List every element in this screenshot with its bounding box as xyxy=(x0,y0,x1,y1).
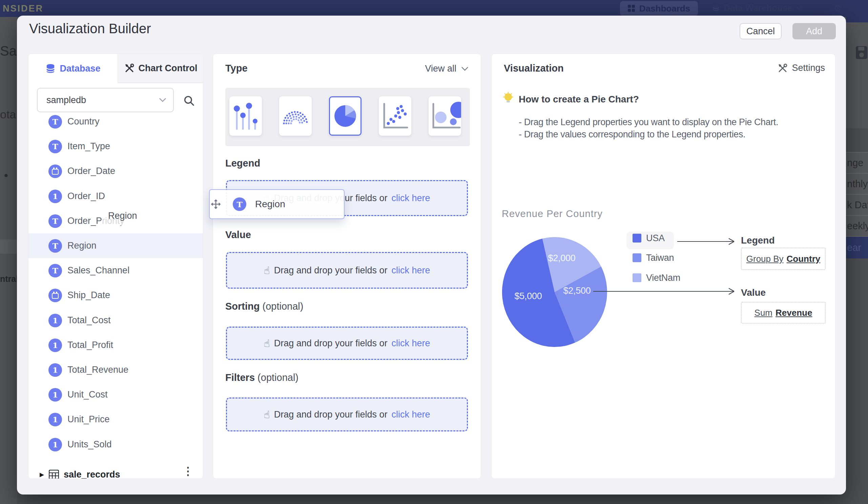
tap-icon: ☝ xyxy=(264,409,270,421)
chevron-down-icon xyxy=(159,98,166,102)
number-field-icon: 1 xyxy=(49,190,62,203)
field-label: Country xyxy=(68,116,100,127)
field-row[interactable]: Ship_Date xyxy=(29,283,203,308)
chart-title: Revenue Per Country xyxy=(502,208,603,220)
sorting-dropzone[interactable]: ☝ Drag and drop your fields or click her… xyxy=(226,326,468,360)
mapping-value-box[interactable]: Sum Revenue xyxy=(741,302,826,324)
bg-option-row: k Date xyxy=(846,194,868,215)
click-here-link[interactable]: click here xyxy=(391,265,430,276)
legend-swatch-vietnam xyxy=(632,273,641,282)
number-field-icon: 1 xyxy=(49,438,62,452)
bg-heading-fragment: Sal xyxy=(0,43,17,59)
search-icon xyxy=(183,95,195,107)
number-field-icon: 1 xyxy=(49,314,62,327)
legend-label: Taiwan xyxy=(646,253,674,263)
text-field-icon: T xyxy=(49,115,62,129)
gear-icon: ⚙ xyxy=(834,3,842,14)
chart-type-arc[interactable] xyxy=(279,96,312,136)
chevron-down-icon xyxy=(461,67,468,71)
legend-label: VietNam xyxy=(646,273,680,283)
add-button[interactable]: Add xyxy=(793,23,836,39)
caret-right-icon[interactable]: ▶ xyxy=(40,471,44,478)
view-all-button[interactable]: View all xyxy=(425,63,468,74)
field-row[interactable]: 1 Total_Revenue xyxy=(29,357,203,382)
bg-option-row: nthly xyxy=(846,173,868,194)
mapping-value-label: Value xyxy=(741,287,766,298)
drag-chip-region[interactable]: T Region xyxy=(209,189,344,219)
number-field-icon: 1 xyxy=(49,339,62,352)
pie-value-label: $2,000 xyxy=(548,253,576,263)
field-row[interactable]: T Sales_Channel xyxy=(29,258,203,283)
legend-swatch-taiwan xyxy=(632,253,641,262)
field-row[interactable]: 1 Units_Sold xyxy=(29,432,203,457)
tip-title: How to create a Pie Chart? xyxy=(519,94,639,105)
field-row[interactable]: 1 Total_Profit xyxy=(29,333,203,357)
field-row[interactable]: 1 Total_Cost xyxy=(29,308,203,333)
tab-chart-control-label: Chart Control xyxy=(138,63,197,73)
filters-dropzone[interactable]: ☝ Drag and drop your fields or click her… xyxy=(226,397,468,431)
chart-type-scatter[interactable] xyxy=(379,96,411,136)
click-here-link[interactable]: click here xyxy=(391,193,430,203)
background-left-strip: Sal ota • ntral xyxy=(0,17,17,504)
modal-title: Visualization Builder xyxy=(29,21,151,36)
field-label: Total_Profit xyxy=(68,340,113,350)
settings-button[interactable]: Settings xyxy=(777,63,825,73)
field-row[interactable]: Order_Date xyxy=(29,159,203,183)
top-navbar: NSIDER Dashboards Data Warehouse ⚙ Setti xyxy=(0,0,868,17)
date-field-icon xyxy=(49,164,62,178)
pie-value-label: $5,000 xyxy=(515,291,542,302)
field-row[interactable]: T Country xyxy=(29,109,203,134)
nav-dashboards-button[interactable]: Dashboards xyxy=(620,1,698,16)
click-here-link[interactable]: click here xyxy=(391,338,430,349)
bg-option-row: eekly xyxy=(846,215,868,236)
table-icon xyxy=(49,470,59,479)
mapping-legend-box[interactable]: Group By Country xyxy=(741,248,826,270)
value-dropzone[interactable]: ☝ Drag and drop your fields or click her… xyxy=(226,252,468,289)
lightbulb-icon xyxy=(503,92,514,105)
brand-logo: NSIDER xyxy=(3,3,43,14)
pie-value-label: $2,500 xyxy=(564,285,591,296)
field-row[interactable]: 1 Order_ID xyxy=(29,184,203,209)
drag-ghost-label: Region xyxy=(102,206,194,225)
cancel-button[interactable]: Cancel xyxy=(740,23,782,39)
text-field-icon: T xyxy=(49,264,62,278)
bg-block xyxy=(846,128,868,152)
background-right-strip: nge nthly k Date eekly ear xyxy=(846,0,868,504)
click-here-link[interactable]: click here xyxy=(391,410,430,420)
tab-chart-control[interactable]: Chart Control xyxy=(117,54,203,83)
field-row[interactable]: T Item_Type xyxy=(29,134,203,159)
field-label: Ship_Date xyxy=(68,290,110,301)
database-icon xyxy=(712,4,720,12)
date-field-icon xyxy=(49,289,62,302)
bg-block xyxy=(846,259,868,504)
text-field-icon: T xyxy=(49,140,62,153)
chart-type-bubble[interactable] xyxy=(428,96,461,136)
tip-line: - Drag the Legend properties you want to… xyxy=(519,117,778,128)
text-field-icon: T xyxy=(233,198,246,211)
database-icon xyxy=(45,63,55,73)
visualization-panel: Visualization Settings How to create a P… xyxy=(491,53,836,479)
chart-type-lollipop[interactable] xyxy=(229,96,262,136)
field-label: Order_Date xyxy=(68,166,115,177)
chart-type-pie-selected[interactable] xyxy=(329,96,362,136)
save-icon xyxy=(856,46,867,60)
search-button[interactable] xyxy=(182,93,196,108)
field-row[interactable]: 1 Unit_Cost xyxy=(29,382,203,407)
field-label: Units_Sold xyxy=(68,439,112,450)
move-icon xyxy=(210,198,222,210)
number-field-icon: 1 xyxy=(49,413,62,426)
value-section-heading: Value xyxy=(225,229,251,241)
kebab-menu-icon[interactable]: ⋮ xyxy=(183,465,194,477)
field-row[interactable]: 1 Unit_Price xyxy=(29,407,203,432)
field-row-region-selected[interactable]: T Region xyxy=(29,233,203,258)
bg-subheading-fragment: ota xyxy=(0,108,16,121)
nav-data-warehouse[interactable]: Data Warehouse xyxy=(712,3,802,13)
field-label: Total_Cost xyxy=(68,315,111,325)
mapping-legend-label: Legend xyxy=(741,235,775,246)
table-row-sale-records[interactable]: ▶ sale_records ⋮ xyxy=(29,463,203,479)
database-select[interactable]: sampledb xyxy=(37,88,174,112)
legend-label: USA xyxy=(646,233,665,243)
table-name: sale_records xyxy=(64,470,120,479)
tab-database[interactable]: Database xyxy=(29,54,117,83)
visualization-heading: Visualization xyxy=(504,63,564,74)
